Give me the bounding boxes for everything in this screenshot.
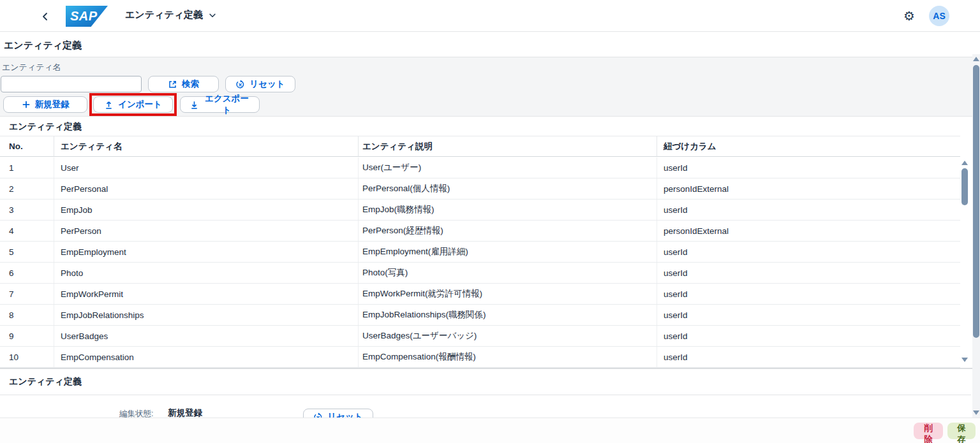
shell-header: SAP エンティティ定義 ⚙ AS <box>0 0 980 32</box>
table-row[interactable]: 5EmpEmploymentEmpEmployment(雇用詳細)userId <box>0 242 960 263</box>
column-header-no[interactable]: No. <box>0 136 54 156</box>
entity-name-label: エンティティ名 <box>2 62 61 73</box>
edit-state-label: 編集状態: <box>119 409 153 418</box>
search-button-label: 検索 <box>182 78 199 90</box>
entity-detail-section: エンティティ定義 編集状態: 新規登録 リセット <box>0 368 980 418</box>
app-title: エンティティ定義 <box>125 9 203 21</box>
search-button[interactable]: 検索 <box>148 76 219 92</box>
table-row[interactable]: 10EmpCompensationEmpCompensation(報酬情報)us… <box>0 347 960 368</box>
cell-desc: EmpCompensation(報酬情報) <box>359 347 657 367</box>
table-header-row: No. エンティティ名 エンティティ説明 紐づけカラム <box>0 136 960 157</box>
cell-desc: EmpEmployment(雇用詳細) <box>359 242 657 262</box>
cell-name: User <box>54 157 359 178</box>
cell-desc: User(ユーザー) <box>359 157 657 178</box>
reset-button-label: リセット <box>249 78 285 90</box>
table-row[interactable]: 6PhotoPhoto(写真)userId <box>0 263 960 284</box>
detail-reset-button[interactable]: リセット <box>303 409 373 418</box>
cell-desc: EmpJob(職務情報) <box>359 200 657 220</box>
cell-name: PerPerson <box>54 221 359 241</box>
cell-col: userId <box>657 200 960 220</box>
cell-no: 2 <box>0 178 54 199</box>
sap-logo[interactable]: SAP <box>66 6 108 27</box>
table-scroll-up-icon[interactable] <box>961 161 968 165</box>
detail-divider <box>0 395 971 395</box>
cell-no: 3 <box>0 200 54 220</box>
cell-desc: EmpWorkPermit(就労許可情報) <box>359 284 657 304</box>
cell-desc: PerPerson(経歴情報) <box>359 221 657 241</box>
cell-desc: Photo(写真) <box>359 263 657 283</box>
page-title-band: エンティティ定義 <box>0 32 980 57</box>
table-row[interactable]: 7EmpWorkPermitEmpWorkPermit(就労許可情報)userI… <box>0 284 960 305</box>
cell-no: 1 <box>0 157 54 178</box>
upload-icon <box>104 100 114 110</box>
edit-state-value: 新規登録 <box>168 407 202 418</box>
settings-gear-icon[interactable]: ⚙ <box>903 6 915 26</box>
cell-desc: UserBadges(ユーザーバッジ) <box>359 326 657 346</box>
table-row[interactable]: 4PerPersonPerPerson(経歴情報)personIdExterna… <box>0 221 960 242</box>
cell-name: EmpJob <box>54 200 359 220</box>
cell-no: 5 <box>0 242 54 262</box>
shell-actions: ⚙ AS <box>903 6 949 26</box>
table-section-title: エンティティ定義 <box>9 121 82 133</box>
cell-name: EmpWorkPermit <box>54 284 359 304</box>
export-button-label: エクスポート <box>204 93 250 116</box>
table-scroll-down-icon[interactable] <box>961 358 968 362</box>
cell-col: userId <box>657 284 960 304</box>
reset-icon <box>313 412 323 418</box>
new-entry-button[interactable]: 新規登録 <box>3 96 87 113</box>
page-scroll-down-icon[interactable] <box>973 410 979 415</box>
chevron-down-icon <box>208 11 217 20</box>
table-row[interactable]: 3EmpJobEmpJob(職務情報)userId <box>0 200 960 221</box>
cell-no: 7 <box>0 284 54 304</box>
download-icon <box>189 100 199 110</box>
table-row[interactable]: 1UserUser(ユーザー)userId <box>0 157 960 178</box>
cell-name: PerPersonal <box>54 178 359 199</box>
page-scroll-up-icon[interactable] <box>973 57 979 61</box>
table-row[interactable]: 9UserBadgesUserBadges(ユーザーバッジ)userId <box>0 326 960 347</box>
cell-col: personIdExternal <box>657 178 960 199</box>
new-entry-button-label: 新規登録 <box>35 99 70 110</box>
cell-name: Photo <box>54 263 359 283</box>
chevron-left-icon <box>40 11 50 22</box>
detail-section-title: エンティティ定義 <box>9 376 82 388</box>
entity-name-input[interactable] <box>1 76 142 92</box>
search-action-icon <box>168 80 177 89</box>
table-row[interactable]: 8EmpJobRelationshipsEmpJobRelationships(… <box>0 305 960 326</box>
column-header-name[interactable]: エンティティ名 <box>54 136 359 156</box>
reset-icon <box>235 80 245 89</box>
cell-col: userId <box>657 263 960 283</box>
sap-logo-text: SAP <box>70 9 98 24</box>
save-button[interactable]: 保存 <box>947 423 976 439</box>
cell-name: EmpJobRelationships <box>54 305 359 325</box>
cell-no: 9 <box>0 326 54 346</box>
reset-button[interactable]: リセット <box>225 76 295 92</box>
entity-table-body: 1UserUser(ユーザー)userId2PerPersonalPerPers… <box>0 157 960 368</box>
footer-bar: 削除 保存 <box>0 418 980 443</box>
entity-table-section: エンティティ定義 No. エンティティ名 エンティティ説明 紐づけカラム 1Us… <box>0 117 980 368</box>
cell-desc: PerPersonal(個人情報) <box>359 178 657 199</box>
cell-col: userId <box>657 242 960 262</box>
page-scrollbar-thumb[interactable] <box>973 65 979 338</box>
cell-no: 8 <box>0 305 54 325</box>
avatar-initials: AS <box>933 11 945 21</box>
table-scrollbar-thumb[interactable] <box>961 168 968 205</box>
detail-reset-button-label: リセット <box>327 411 362 418</box>
export-button[interactable]: エクスポート <box>180 96 260 113</box>
import-button-label: インポート <box>118 99 162 110</box>
cell-col: userId <box>657 305 960 325</box>
cell-col: userId <box>657 347 960 367</box>
avatar[interactable]: AS <box>929 6 949 26</box>
column-header-link[interactable]: 紐づけカラム <box>657 136 960 156</box>
cell-name: EmpCompensation <box>54 347 359 367</box>
import-button[interactable]: インポート <box>93 96 173 113</box>
app-title-menu[interactable]: エンティティ定義 <box>125 9 217 21</box>
table-row[interactable]: 2PerPersonalPerPersonal(個人情報)personIdExt… <box>0 178 960 200</box>
cell-name: EmpEmployment <box>54 242 359 262</box>
cell-no: 10 <box>0 347 54 367</box>
cell-no: 4 <box>0 221 54 241</box>
cell-desc: EmpJobRelationships(職務関係) <box>359 305 657 325</box>
import-highlight-box: インポート <box>89 93 177 116</box>
column-header-desc[interactable]: エンティティ説明 <box>359 136 657 156</box>
delete-button[interactable]: 削除 <box>914 423 943 439</box>
back-button[interactable] <box>37 8 54 25</box>
